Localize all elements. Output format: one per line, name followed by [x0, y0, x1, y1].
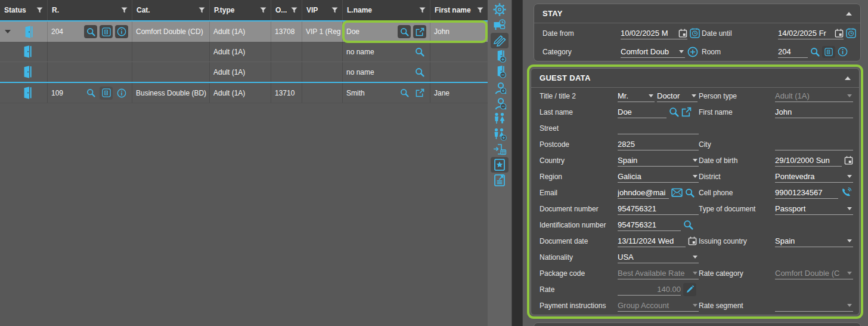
document-star-icon[interactable] — [491, 157, 509, 173]
room-plan-button[interactable] — [822, 46, 835, 58]
calendar-icon[interactable] — [844, 156, 853, 165]
rate-segment-dropdown[interactable] — [775, 299, 853, 312]
postcode-input[interactable]: 2825 — [618, 138, 699, 150]
filter-icon[interactable] — [291, 7, 297, 13]
room-input[interactable]: 204 — [778, 45, 808, 58]
accompanying-guest-add-icon[interactable] — [491, 126, 509, 142]
room-info-button[interactable] — [838, 47, 848, 57]
pencil-icon — [686, 285, 695, 294]
column-header-persontype[interactable]: P.type — [210, 0, 271, 20]
time-picker-icon[interactable] — [846, 28, 856, 38]
guest-remove-icon[interactable] — [491, 95, 509, 110]
category-dropdown[interactable]: Comfort Doub — [621, 45, 685, 58]
open-guest-profile-button[interactable] — [413, 87, 426, 100]
document-number-input[interactable]: 954756321 — [618, 202, 699, 215]
table-row[interactable]: Adult (1A) no name — [0, 62, 488, 83]
column-header-firstname[interactable]: First name — [430, 0, 488, 20]
collapse-icon[interactable] — [846, 12, 852, 16]
table-row[interactable]: 204 Comfort Double (CD) Adult (1A) 13708… — [0, 21, 488, 42]
reservation-time-icon[interactable] — [491, 17, 509, 33]
district-value: Pontevedra — [775, 172, 844, 181]
door-add-icon[interactable] — [491, 48, 509, 64]
room-search-button[interactable] — [810, 47, 820, 57]
column-header-lastname[interactable]: L.name — [343, 0, 430, 20]
city-input[interactable] — [775, 138, 853, 150]
calendar-icon[interactable] — [688, 236, 697, 245]
guest-search-button[interactable] — [669, 107, 679, 117]
filter-icon[interactable] — [260, 7, 266, 13]
next-section-stub[interactable] — [534, 322, 861, 326]
stay-section-header[interactable]: STAY — [534, 4, 860, 23]
guest-search-button[interactable] — [413, 66, 426, 79]
street-input[interactable] — [618, 122, 699, 134]
filter-icon[interactable] — [36, 7, 43, 13]
identification-search-button[interactable] — [683, 220, 693, 230]
district-dropdown[interactable]: Pontevedra — [775, 170, 853, 183]
filter-icon[interactable] — [199, 7, 205, 13]
guest-search-button[interactable] — [398, 87, 411, 100]
region-dropdown[interactable]: Galicia — [618, 170, 699, 183]
field-label: Date until — [702, 29, 778, 38]
search-button[interactable] — [84, 25, 97, 38]
guest-data-section-header[interactable]: GUEST DATA — [531, 69, 859, 88]
registration-card-button[interactable] — [100, 87, 113, 100]
field-label: Rate — [540, 285, 618, 294]
panel-divider[interactable] — [512, 0, 523, 326]
open-guest-profile-button[interactable] — [681, 107, 692, 117]
type-of-document-dropdown[interactable]: Passport — [775, 202, 853, 215]
column-header-status[interactable]: Status — [0, 0, 48, 20]
send-email-button[interactable] — [671, 188, 683, 197]
time-picker-icon[interactable] — [690, 28, 700, 38]
room-move-icon[interactable] — [491, 142, 509, 157]
filter-icon[interactable] — [477, 7, 483, 13]
first-name-input[interactable]: John — [775, 106, 853, 118]
email-input[interactable]: johndoe@mai — [618, 186, 669, 199]
document-open-icon[interactable] — [491, 173, 509, 188]
calendar-icon[interactable] — [835, 29, 844, 38]
guest-search-button[interactable] — [413, 45, 426, 59]
title-dropdown[interactable]: Mr. — [618, 90, 655, 102]
calendar-icon[interactable] — [678, 29, 687, 38]
title2-value: Doctor — [657, 91, 689, 100]
info-button[interactable] — [115, 87, 128, 100]
collapse-icon[interactable] — [845, 76, 851, 80]
date-of-birth-input[interactable]: 29/10/2000 Sun — [775, 154, 842, 167]
title2-dropdown[interactable]: Doctor — [657, 90, 698, 102]
info-button[interactable] — [115, 25, 128, 38]
filter-icon[interactable] — [121, 7, 128, 13]
chevron-down-icon — [847, 175, 852, 178]
call-phone-button[interactable] — [841, 187, 852, 198]
guest-row-nationality: Nationality USA — [531, 249, 859, 265]
column-header-order[interactable]: O... — [271, 0, 302, 20]
edit-rate-button[interactable] — [683, 283, 696, 296]
edit-pencils-icon[interactable] — [491, 33, 509, 48]
add-category-icon[interactable] — [687, 47, 698, 57]
search-button[interactable] — [84, 87, 97, 100]
issuing-country-dropdown[interactable]: Spain — [775, 235, 853, 247]
date-from-input[interactable]: 10/02/2025 M — [621, 27, 687, 39]
column-header-room[interactable]: R. — [48, 0, 132, 20]
registration-card-button[interactable] — [100, 25, 113, 38]
filter-icon[interactable] — [419, 7, 426, 13]
door-remove-icon[interactable] — [491, 64, 509, 79]
last-name-input[interactable]: Doe — [618, 106, 666, 118]
nationality-dropdown[interactable]: USA — [618, 251, 699, 263]
document-date-input[interactable]: 13/11/2024 Wed — [618, 235, 686, 247]
email-search-button[interactable] — [685, 188, 695, 198]
settings-icon[interactable] — [491, 2, 509, 17]
table-row[interactable]: Adult (1A) no name — [0, 42, 488, 62]
open-guest-profile-button[interactable] — [413, 25, 426, 38]
identification-number-input[interactable]: 954756321 — [618, 219, 681, 231]
cell-phone-input[interactable]: 99001234567 — [775, 186, 838, 199]
table-row[interactable]: 109 Business Double (BD) Adult (1A) 1371… — [0, 83, 488, 103]
guest-add-icon[interactable] — [491, 79, 509, 95]
first-name-value: John — [775, 107, 853, 116]
column-header-vip[interactable]: VIP — [302, 0, 343, 20]
guest-search-button[interactable] — [398, 25, 411, 38]
expanded-indicator-icon[interactable] — [5, 30, 11, 33]
country-dropdown[interactable]: Spain — [618, 154, 699, 167]
filter-icon[interactable] — [331, 7, 338, 13]
accompanying-guests-icon[interactable] — [491, 110, 509, 126]
date-until-input[interactable]: 14/02/2025 Fr — [778, 27, 844, 39]
column-header-category[interactable]: Cat. — [132, 0, 210, 20]
